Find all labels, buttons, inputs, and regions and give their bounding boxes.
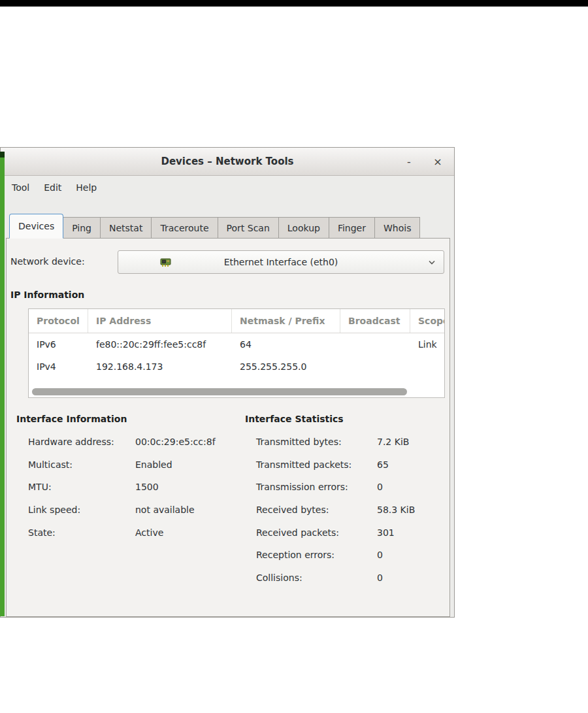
info-row: Hardware address: 00:0c:29:e5:cc:8f [28,431,244,454]
stat-value: 7.2 KiB [377,437,446,447]
info-row: MTU: 1500 [28,476,244,499]
info-value: 1500 [135,482,244,492]
stat-row: Received packets: 301 [256,521,446,544]
cell-netmask: 255.255.255.0 [232,356,340,378]
interface-statistics-title: Interface Statistics [245,414,344,424]
stat-label: Reception errors: [256,550,377,560]
stat-value: 65 [377,459,446,470]
interface-statistics-list: Transmitted bytes: 7.2 KiB Transmitted p… [256,431,446,589]
minimize-button[interactable]: - [398,148,420,175]
chevron-down-icon [428,259,436,265]
cell-broadcast [340,356,410,378]
info-row: Multicast: Enabled [28,454,244,476]
info-row: State: Active [28,521,244,544]
cell-protocol: IPv4 [29,356,88,378]
column-header-broadcast[interactable]: Broadcast [340,309,410,333]
cell-scope: Link [410,333,444,356]
interface-information-title: Interface Information [16,414,127,424]
network-device-label: Network device: [10,256,85,267]
tab-lookup[interactable]: Lookup [278,217,329,239]
network-tools-window: Devices – Network Tools - × Tool Edit He… [0,147,455,618]
info-label: State: [28,527,135,538]
stat-label: Transmitted bytes: [256,437,377,447]
table-header-row: Protocol IP Address Netmask / Prefix Bro… [29,309,444,333]
info-label: Link speed: [28,505,135,515]
menu-tool[interactable]: Tool [5,176,37,198]
stat-row: Received bytes: 58.3 KiB [256,499,446,522]
stat-row: Transmitted packets: 65 [256,454,446,476]
cell-ip-address: fe80::20c:29ff:fee5:cc8f [88,333,232,356]
menu-help[interactable]: Help [69,176,104,198]
cell-broadcast [340,333,410,356]
stat-label: Collisions: [256,572,377,583]
cell-protocol: IPv6 [29,333,88,356]
background-window-edge-cap [0,152,5,158]
menu-edit[interactable]: Edit [37,176,69,198]
titlebar[interactable]: Devices – Network Tools - × [1,148,454,176]
column-header-ip-address[interactable]: IP Address [88,309,232,333]
cell-ip-address: 192.168.4.173 [88,356,232,378]
stat-label: Received bytes: [256,505,377,515]
stat-value: 0 [377,550,446,560]
tab-strip: Devices Ping Netstat Traceroute Port Sca… [9,214,419,239]
column-header-scope[interactable]: Scope [410,309,444,333]
stat-row: Transmitted bytes: 7.2 KiB [256,431,446,454]
stat-label: Transmission errors: [256,482,377,492]
info-label: MTU: [28,482,135,492]
screen: Devices – Network Tools - × Tool Edit He… [0,0,588,713]
tab-netstat[interactable]: Netstat [100,217,152,239]
table-row[interactable]: IPv6 fe80::20c:29ff:fee5:cc8f 64 Link [29,333,444,356]
info-label: Hardware address: [28,437,135,447]
info-row: Link speed: not available [28,499,244,522]
cell-netmask: 64 [232,333,340,356]
tab-finger[interactable]: Finger [329,217,375,239]
stat-row: Collisions: 0 [256,567,446,589]
column-header-protocol[interactable]: Protocol [29,309,88,333]
stat-value: 0 [377,572,446,583]
tab-whois[interactable]: Whois [374,217,420,239]
stat-label: Received packets: [256,527,377,538]
tab-ping[interactable]: Ping [63,217,101,239]
devices-tab-panel: Network device: Ethernet Interface (eth0… [6,238,450,617]
tab-port-scan[interactable]: Port Scan [218,217,279,239]
info-value: not available [135,505,244,515]
info-value: Enabled [135,459,244,470]
stat-value: 301 [377,527,446,538]
close-button[interactable]: × [427,148,449,175]
window-title: Devices – Network Tools [1,148,454,175]
interface-information-list: Hardware address: 00:0c:29:e5:cc:8f Mult… [28,431,244,544]
background-window-edge [0,152,5,616]
tab-devices[interactable]: Devices [9,214,63,239]
column-header-netmask[interactable]: Netmask / Prefix [232,309,340,333]
ip-information-table: Protocol IP Address Netmask / Prefix Bro… [28,308,445,398]
info-value: 00:0c:29:e5:cc:8f [135,437,244,447]
info-value: Active [135,527,244,538]
table-row[interactable]: IPv4 192.168.4.173 255.255.255.0 [29,356,444,378]
stat-value: 58.3 KiB [377,505,446,515]
menubar: Tool Edit Help [1,176,454,198]
info-label: Multicast: [28,459,135,470]
network-device-combobox[interactable]: Ethernet Interface (eth0) [118,250,444,274]
stat-row: Transmission errors: 0 [256,476,446,499]
stat-label: Transmitted packets: [256,459,377,470]
ip-information-title: IP Information [10,290,84,300]
network-device-value: Ethernet Interface (eth0) [118,251,444,273]
stat-row: Reception errors: 0 [256,544,446,567]
cell-scope [410,356,444,378]
tab-traceroute[interactable]: Traceroute [151,217,218,239]
horizontal-scrollbar[interactable] [32,388,407,395]
screen-top-bar [0,0,588,7]
stat-value: 0 [377,482,446,492]
